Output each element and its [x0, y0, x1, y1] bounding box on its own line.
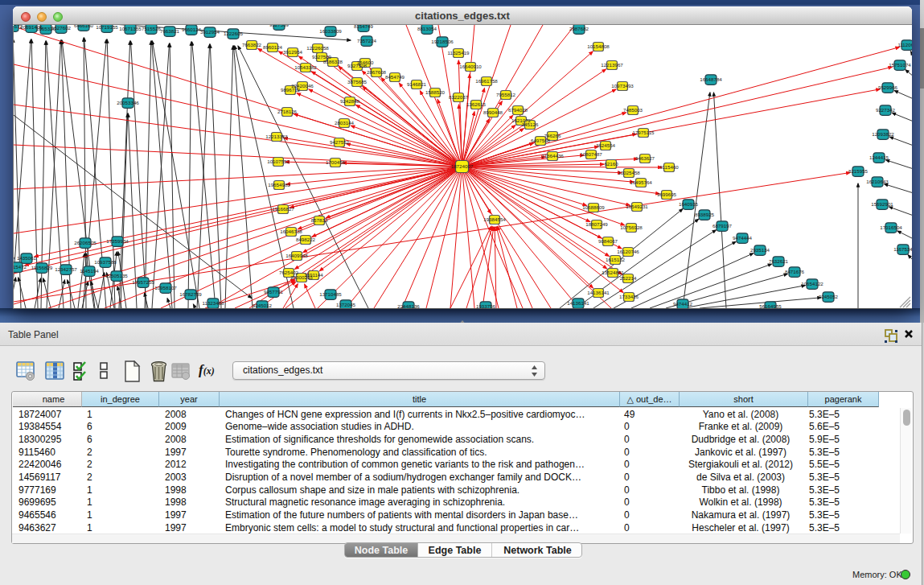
svg-text:12226058: 12226058 — [306, 45, 329, 51]
svg-text:11156829: 11156829 — [31, 265, 53, 270]
svg-text:9245052: 9245052 — [819, 294, 839, 299]
svg-text:8498222: 8498222 — [296, 237, 316, 242]
svg-text:252214: 252214 — [620, 275, 637, 281]
svg-text:12213967: 12213967 — [601, 62, 623, 68]
svg-text:18807249: 18807249 — [585, 221, 608, 227]
svg-text:345126: 345126 — [522, 122, 539, 127]
svg-text:7663822: 7663822 — [242, 42, 262, 47]
svg-text:1733426: 1733426 — [619, 294, 639, 299]
svg-text:10154808: 10154808 — [587, 43, 610, 49]
svg-text:1435061: 1435061 — [17, 255, 37, 261]
svg-text:9245012: 9245012 — [253, 303, 273, 308]
svg-text:8322037: 8322037 — [449, 94, 469, 100]
svg-text:3915472: 3915472 — [14, 264, 27, 270]
svg-text:2803144: 2803144 — [335, 120, 355, 126]
svg-text:8960124: 8960124 — [263, 44, 283, 50]
svg-text:7485003: 7485003 — [623, 107, 643, 113]
svg-text:857833: 857833 — [311, 217, 328, 223]
svg-text:1362615: 1362615 — [466, 101, 487, 107]
svg-text:1527602: 1527602 — [51, 25, 72, 31]
svg-text:16961758: 16961758 — [475, 78, 498, 84]
svg-text:9115460: 9115460 — [659, 164, 679, 170]
svg-text:10025458: 10025458 — [618, 170, 640, 175]
svg-text:1588520: 1588520 — [425, 89, 446, 95]
svg-text:9227342: 9227342 — [876, 107, 896, 113]
svg-text:8215955: 8215955 — [848, 168, 869, 174]
svg-text:17359934: 17359934 — [106, 238, 129, 244]
svg-text:19218506: 19218506 — [431, 39, 454, 44]
svg-text:9457791: 9457791 — [264, 289, 284, 295]
svg-text:9146821: 9146821 — [407, 81, 427, 87]
svg-text:9474444: 9474444 — [733, 235, 753, 241]
svg-text:16648784: 16648784 — [700, 76, 722, 82]
svg-text:1112064: 1112064 — [897, 42, 912, 47]
svg-text:11325419: 11325419 — [447, 50, 470, 56]
svg-text:17975115: 17975115 — [632, 130, 655, 135]
svg-text:2867608: 2867608 — [367, 69, 387, 75]
svg-text:14136141: 14136141 — [567, 300, 589, 306]
svg-text:10719155: 10719155 — [96, 25, 118, 30]
svg-text:2987682: 2987682 — [569, 26, 589, 31]
svg-text:13524851: 13524851 — [602, 270, 624, 275]
svg-text:1615132: 1615132 — [606, 257, 626, 262]
svg-text:13710485: 13710485 — [319, 291, 342, 297]
svg-text:2718126: 2718126 — [277, 109, 298, 114]
svg-text:16046738: 16046738 — [280, 229, 302, 234]
svg-text:19166827: 19166827 — [272, 206, 294, 212]
svg-text:6497568: 6497568 — [531, 138, 551, 143]
svg-text:10107552: 10107552 — [267, 159, 290, 164]
svg-text:62160: 62160 — [604, 161, 618, 167]
svg-text:10756928: 10756928 — [620, 225, 643, 230]
svg-text:9242848: 9242848 — [340, 98, 360, 104]
svg-text:6879197: 6879197 — [713, 223, 733, 229]
svg-text:9463627: 9463627 — [635, 155, 655, 161]
svg-text:1933756: 1933756 — [476, 303, 496, 308]
svg-text:12093822: 12093822 — [872, 131, 894, 137]
svg-text:20053346: 20053346 — [117, 100, 139, 105]
svg-text:14136141: 14136141 — [587, 290, 610, 295]
svg-text:25300203: 25300203 — [290, 274, 313, 280]
svg-text:7663821: 7663821 — [160, 28, 180, 34]
svg-text:8990448: 8990448 — [483, 109, 503, 115]
svg-text:12213363: 12213363 — [265, 134, 288, 139]
svg-text:9660124: 9660124 — [182, 27, 202, 32]
svg-text:8154749: 8154749 — [354, 25, 374, 29]
svg-text:7955812: 7955812 — [496, 92, 516, 97]
svg-text:18724007: 18724007 — [451, 163, 474, 169]
svg-text:746266: 746266 — [544, 133, 561, 138]
svg-text:154600: 154600 — [357, 60, 374, 65]
svg-text:16495764: 16495764 — [630, 179, 652, 185]
svg-text:10937588: 10937588 — [94, 259, 117, 265]
svg-text:12342757: 12342757 — [55, 266, 77, 272]
svg-text:16120746: 16120746 — [617, 249, 639, 254]
svg-text:22420046: 22420046 — [291, 83, 314, 89]
svg-text:16210643: 16210643 — [866, 179, 889, 184]
svg-text:16409948: 16409948 — [285, 253, 308, 258]
svg-text:9327509: 9327509 — [269, 25, 290, 27]
svg-text:3875685: 3875685 — [347, 79, 368, 84]
svg-text:16782759: 16782759 — [179, 291, 202, 297]
svg-text:10958107: 10958107 — [154, 285, 177, 290]
svg-text:7632621: 7632621 — [769, 258, 789, 264]
svg-text:17016504: 17016504 — [880, 225, 902, 230]
svg-text:2935134: 2935134 — [750, 247, 770, 253]
svg-text:10807487: 10807487 — [580, 151, 602, 157]
svg-text:9084067: 9084067 — [598, 238, 618, 244]
svg-text:9427552: 9427552 — [330, 139, 350, 145]
svg-text:1372045: 1372045 — [336, 302, 356, 307]
svg-text:21364436: 21364436 — [541, 153, 564, 159]
svg-text:19384554: 19384554 — [483, 216, 506, 222]
svg-text:15751074: 15751074 — [889, 62, 911, 68]
svg-text:1222605: 1222605 — [224, 31, 244, 36]
svg-text:16640910: 16640910 — [459, 64, 482, 69]
svg-text:16033809: 16033809 — [319, 28, 342, 34]
svg-text:1167534: 1167534 — [893, 246, 912, 252]
svg-text:16549231: 16549231 — [626, 204, 648, 209]
svg-text:3624554: 3624554 — [596, 142, 616, 148]
svg-text:1700456: 1700456 — [326, 159, 346, 165]
svg-text:26206505: 26206505 — [74, 240, 97, 245]
svg-text:6794028: 6794028 — [508, 107, 528, 113]
svg-text:10973493: 10973493 — [611, 83, 634, 89]
svg-text:10671355: 10671355 — [119, 26, 142, 31]
svg-text:1145194: 1145194 — [80, 268, 99, 274]
